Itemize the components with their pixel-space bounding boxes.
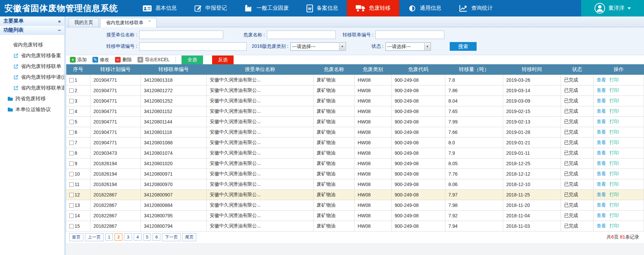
row-checkbox[interactable] xyxy=(69,224,74,228)
collapse-icon[interactable]: « xyxy=(58,18,61,24)
toolbar-button[interactable]: ✎修改 xyxy=(92,57,109,63)
row-checkbox[interactable] xyxy=(69,203,74,208)
pagination-next[interactable]: 下一页 xyxy=(162,233,180,241)
nav-item[interactable]: W备案信息 xyxy=(297,0,347,16)
search-input[interactable] xyxy=(267,31,336,39)
select-dropdown[interactable]: ---请选择---▼ xyxy=(290,42,346,51)
print-link[interactable]: 打印 xyxy=(609,160,619,166)
print-link[interactable]: 打印 xyxy=(609,119,619,124)
records-summary: 共6页 81条记录 xyxy=(607,234,639,240)
tab-bar: 我的主页省内危废转移联单× xyxy=(66,16,644,27)
search-input[interactable] xyxy=(139,42,247,51)
user-menu[interactable]: 董洋洋 xyxy=(581,0,644,16)
view-link[interactable]: 查看 xyxy=(597,202,606,208)
minimize-icon[interactable]: − xyxy=(58,27,61,33)
row-checkbox[interactable] xyxy=(69,182,74,187)
view-link[interactable]: 查看 xyxy=(597,160,606,166)
row-checkbox[interactable] xyxy=(69,78,74,82)
nav-item[interactable]: 一般工业固废 xyxy=(236,0,297,16)
sidebar-item[interactable]: 省内危废转移联单退 xyxy=(0,82,64,93)
print-link[interactable]: 打印 xyxy=(609,87,619,93)
page-number[interactable]: 5 xyxy=(143,233,151,241)
print-link[interactable]: 打印 xyxy=(609,192,619,197)
view-link[interactable]: 查看 xyxy=(597,87,606,93)
view-link[interactable]: 查看 xyxy=(597,150,606,155)
row-checkbox[interactable] xyxy=(69,99,74,103)
invert-selection-button[interactable]: 反选 xyxy=(212,56,234,64)
sidebar-header-function-list[interactable]: 功能列表 − xyxy=(0,26,64,35)
toolbar-button-label: 导出EXCEL xyxy=(145,57,170,63)
row-checkbox[interactable] xyxy=(69,120,74,124)
close-icon[interactable]: × xyxy=(148,19,151,23)
cell-waste-name: 废矿物油 xyxy=(314,106,355,116)
row-checkbox[interactable] xyxy=(69,109,74,114)
print-link[interactable]: 打印 xyxy=(609,181,619,187)
print-link[interactable]: 打印 xyxy=(609,202,619,208)
nav-item[interactable]: 申报登记 xyxy=(186,0,236,16)
sidebar-item[interactable]: 本单位运输协议 xyxy=(0,104,64,115)
row-checkbox[interactable] xyxy=(69,130,74,135)
view-link[interactable]: 查看 xyxy=(597,213,606,218)
sidebar-item[interactable]: 省内危废转移 xyxy=(0,39,64,50)
view-link[interactable]: 查看 xyxy=(597,129,606,135)
pagination-last[interactable]: 尾页 xyxy=(182,233,196,241)
view-link[interactable]: 查看 xyxy=(597,140,606,145)
nav-item[interactable]: 查询统计 xyxy=(450,0,501,16)
view-link[interactable]: 查看 xyxy=(597,77,606,82)
view-link[interactable]: 查看 xyxy=(597,223,606,228)
page-number[interactable]: 6 xyxy=(153,233,160,241)
sidebar-item[interactable]: 省内危废转移备案 xyxy=(0,50,64,61)
nav-item[interactable]: 危废转移 xyxy=(347,0,399,16)
row-checkbox[interactable] xyxy=(69,88,74,93)
nav-item[interactable]: 通用信息 xyxy=(399,0,450,16)
view-link[interactable]: 查看 xyxy=(597,171,606,176)
page-number[interactable]: 3 xyxy=(124,233,132,241)
print-link[interactable]: 打印 xyxy=(609,223,619,228)
page-number[interactable]: 2 xyxy=(115,233,122,241)
row-checkbox[interactable] xyxy=(69,151,74,155)
row-number: 15 xyxy=(75,223,80,229)
pagination-prev[interactable]: 上一页 xyxy=(85,233,104,241)
print-link[interactable]: 打印 xyxy=(609,213,619,218)
sidebar-item[interactable]: 省内危废转移申请(已 xyxy=(0,72,64,82)
sidebar-item[interactable]: 跨省危废转移 xyxy=(0,93,64,104)
print-link[interactable]: 打印 xyxy=(609,77,619,82)
search-input[interactable] xyxy=(375,31,444,39)
search-button[interactable]: 搜索 xyxy=(450,42,477,51)
search-input[interactable] xyxy=(139,31,223,39)
cell-date: 2019-02-15 xyxy=(503,106,561,116)
row-checkbox[interactable] xyxy=(69,214,74,218)
tab[interactable]: 我的主页 xyxy=(69,18,99,27)
print-link[interactable]: 打印 xyxy=(609,171,619,176)
sidebar-header-main-menu[interactable]: 主要菜单 « xyxy=(0,16,64,26)
toolbar-button[interactable]: +添加 xyxy=(70,57,87,63)
print-link[interactable]: 打印 xyxy=(609,140,619,145)
page-number[interactable]: 4 xyxy=(134,233,142,241)
page-number[interactable]: 1 xyxy=(105,233,113,241)
cell-receiver: 安徽中久润滑油有限公... xyxy=(207,189,314,200)
print-link[interactable]: 打印 xyxy=(609,108,619,114)
cell-receiver: 安徽中久润滑油有限公... xyxy=(207,221,314,231)
row-checkbox[interactable] xyxy=(69,161,74,166)
nav-item[interactable]: 基本信息 xyxy=(134,0,186,16)
row-checkbox[interactable] xyxy=(69,193,74,197)
view-link[interactable]: 查看 xyxy=(597,119,606,124)
print-link[interactable]: 打印 xyxy=(609,129,619,135)
view-link[interactable]: 查看 xyxy=(597,181,606,187)
view-link[interactable]: 查看 xyxy=(597,98,606,103)
select-all-button[interactable]: 全选 xyxy=(182,56,203,64)
tab-active[interactable]: 省内危废转移联单× xyxy=(100,18,157,27)
view-link[interactable]: 查看 xyxy=(597,192,606,197)
print-link[interactable]: 打印 xyxy=(609,98,619,103)
row-checkbox[interactable] xyxy=(69,172,74,176)
cell-category: HW08 xyxy=(355,106,392,116)
print-link[interactable]: 打印 xyxy=(609,150,619,155)
toolbar-button[interactable]: −删除 xyxy=(115,57,132,63)
cell-manifest-no: 34120800971 xyxy=(141,169,207,179)
view-link[interactable]: 查看 xyxy=(597,108,606,114)
toolbar-button[interactable]: ✳导出EXCEL xyxy=(137,57,170,63)
select-dropdown[interactable]: ---请选择---▼ xyxy=(386,42,431,51)
sidebar-item[interactable]: 省内危废转移联单 xyxy=(0,61,64,72)
row-checkbox[interactable] xyxy=(69,141,74,145)
pagination-first[interactable]: 首页 xyxy=(69,233,83,241)
